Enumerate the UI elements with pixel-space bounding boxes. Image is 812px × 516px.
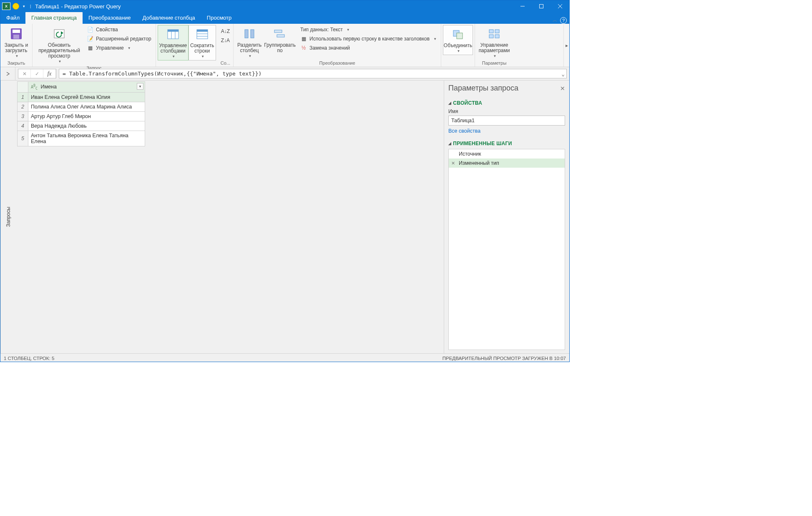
split-column-button[interactable]: Разделить столбец▼: [235, 25, 264, 60]
ribbon-overflow-button[interactable]: ▸: [563, 24, 569, 67]
smiley-icon[interactable]: [12, 3, 20, 10]
manage-columns-button[interactable]: Управление столбцами▼: [158, 25, 189, 60]
divider-icon: |: [28, 4, 33, 8]
group-label-manage: [158, 60, 216, 67]
ribbon-group-transform: Разделить столбец▼ Группировать по Тип д…: [234, 24, 441, 67]
row-number-cell[interactable]: 2: [18, 102, 28, 112]
first-row-headers-button[interactable]: ▦Использовать первую строку в качестве з…: [298, 34, 439, 43]
svg-rect-20: [277, 35, 284, 37]
section-steps-header[interactable]: ◢ПРИМЕНЕННЫЕ ШАГИ: [448, 141, 565, 146]
query-name-input[interactable]: [448, 116, 565, 126]
delete-step-icon[interactable]: ✕: [451, 161, 455, 166]
row-number-cell[interactable]: 1: [18, 93, 28, 102]
tab-home[interactable]: Главная страница: [25, 12, 83, 24]
ribbon-group-query: Обновить предварительный просмотр▼ 📄Свой…: [33, 24, 156, 67]
tab-view[interactable]: Просмотр: [201, 12, 237, 24]
data-cell[interactable]: Иван Елена Сергей Елена Юлия: [28, 93, 145, 102]
all-properties-link[interactable]: Все свойства: [448, 128, 565, 134]
sort-desc-icon: Z↓A: [221, 38, 230, 43]
columns-icon: [166, 27, 180, 41]
quick-access-toolbar: X ▾: [0, 3, 28, 10]
queries-pane-toggle[interactable]: [0, 67, 15, 80]
svg-rect-10: [168, 30, 178, 32]
svg-rect-25: [489, 35, 493, 38]
qat-dropdown-icon[interactable]: ▾: [21, 4, 27, 8]
group-label-transform: Преобразование: [235, 60, 439, 67]
manage-icon: ▦: [87, 45, 93, 51]
name-field-label: Имя: [448, 108, 565, 114]
manage-button[interactable]: ▦Управление▼: [84, 43, 154, 53]
ribbon: Закрыть и загрузить▼ Закрыть Обновить пр…: [0, 24, 569, 67]
close-and-load-button[interactable]: Закрыть и загрузить▼: [2, 25, 30, 60]
data-type-button[interactable]: Тип данных: Текст▼: [298, 25, 439, 34]
table-row[interactable]: 1Иван Елена Сергей Елена Юлия: [18, 93, 145, 102]
data-cell[interactable]: Вера Надежда Любовь: [28, 121, 145, 131]
ribbon-group-columns: Управление столбцами▼ Сократить строки▼: [156, 24, 218, 67]
queries-sidebar[interactable]: Запросы: [0, 81, 15, 353]
svg-rect-19: [274, 30, 282, 33]
data-cell[interactable]: Артур Артур Глеб Мирон: [28, 112, 145, 121]
status-left: 1 СТОЛБЕЦ, СТРОК: 5: [4, 356, 54, 361]
refresh-icon: [52, 27, 66, 41]
svg-rect-23: [489, 30, 493, 33]
rows-icon: [195, 27, 209, 41]
editor-icon: 📝: [87, 35, 93, 42]
svg-rect-18: [251, 30, 254, 38]
group-by-icon: [273, 27, 287, 41]
sort-asc-icon: A↓Z: [221, 28, 230, 34]
sort-desc-button[interactable]: Z↓A: [220, 36, 231, 45]
cancel-formula-button[interactable]: ✕: [18, 69, 31, 78]
minimize-button[interactable]: [513, 0, 532, 12]
replace-icon: ½: [300, 45, 307, 51]
table-row[interactable]: 4Вера Надежда Любовь: [18, 121, 145, 131]
text-type-icon[interactable]: ABC: [31, 83, 38, 91]
column-header[interactable]: ABC Имена ▼: [28, 82, 145, 93]
refresh-preview-label: Обновить предварительный просмотр: [36, 43, 83, 59]
formula-input[interactable]: = Table.TransformColumnTypes(Источник,{{…: [59, 69, 567, 78]
applied-step[interactable]: ✕Измененный тип: [449, 159, 565, 168]
table-row[interactable]: 5Антон Татьяна Вероника Елена Татьяна Ел…: [18, 131, 145, 146]
close-and-load-label: Закрыть и загрузить: [4, 43, 29, 53]
row-number-cell[interactable]: 3: [18, 112, 28, 121]
headers-icon: ▦: [300, 35, 307, 42]
maximize-button[interactable]: [532, 0, 551, 12]
formula-bar-row: ✕ ✓ fx = Table.TransformColumnTypes(Исто…: [0, 67, 569, 81]
reduce-rows-button[interactable]: Сократить строки▼: [189, 25, 216, 60]
manage-parameters-button[interactable]: Управление параметрами▼: [477, 25, 512, 60]
combine-button[interactable]: Объединить▼: [443, 25, 473, 55]
table-row[interactable]: 2Полина Алиса Олег Алиса Марина Алиса: [18, 102, 145, 112]
settings-pane-close-button[interactable]: ✕: [560, 85, 565, 92]
settings-pane-title: Параметры запроса: [448, 84, 518, 93]
ribbon-group-sort: A↓Z Z↓A Со...: [218, 24, 234, 67]
refresh-preview-button[interactable]: Обновить предварительный просмотр▼: [34, 25, 84, 65]
replace-values-button[interactable]: ½Замена значений: [298, 43, 439, 53]
group-by-button[interactable]: Группировать по: [264, 25, 296, 54]
help-icon[interactable]: ?: [560, 17, 567, 24]
svg-rect-22: [457, 33, 463, 39]
formula-expand-button[interactable]: ⌄: [561, 70, 565, 77]
row-number-header[interactable]: [18, 82, 28, 93]
ribbon-group-parameters: Управление параметрами▼ Параметры: [475, 24, 513, 67]
window-controls: [513, 0, 569, 12]
advanced-editor-button[interactable]: 📝Расширенный редактор: [84, 34, 154, 43]
table-row[interactable]: 3Артур Артур Глеб Мирон: [18, 112, 145, 121]
collapse-ribbon-icon[interactable]: ︿: [553, 17, 558, 24]
ribbon-tabs: Файл Главная страница Преобразование Доб…: [0, 12, 569, 24]
query-settings-pane: Параметры запроса ✕ ◢СВОЙСТВА Имя Все св…: [444, 81, 569, 353]
tab-file[interactable]: Файл: [0, 12, 25, 24]
close-button[interactable]: [551, 0, 569, 12]
section-properties-header[interactable]: ◢СВОЙСТВА: [448, 100, 565, 106]
properties-button[interactable]: 📄Свойства: [84, 25, 154, 34]
column-filter-button[interactable]: ▼: [137, 83, 143, 90]
row-number-cell[interactable]: 5: [18, 131, 28, 146]
sort-asc-button[interactable]: A↓Z: [220, 27, 231, 36]
data-cell[interactable]: Полина Алиса Олег Алиса Марина Алиса: [28, 102, 145, 112]
tab-transform[interactable]: Преобразование: [83, 12, 137, 24]
data-table: ABC Имена ▼ 1Иван Елена Сергей Елена Юли…: [17, 81, 145, 146]
data-cell[interactable]: Антон Татьяна Вероника Елена Татьяна Еле…: [28, 131, 145, 146]
split-icon: [242, 27, 256, 41]
tab-add-column[interactable]: Добавление столбца: [137, 12, 201, 24]
main-area: Запросы ABC Имена ▼ 1Иван Елена Сергей Е…: [0, 81, 569, 353]
applied-step[interactable]: Источник: [449, 149, 565, 159]
row-number-cell[interactable]: 4: [18, 121, 28, 131]
